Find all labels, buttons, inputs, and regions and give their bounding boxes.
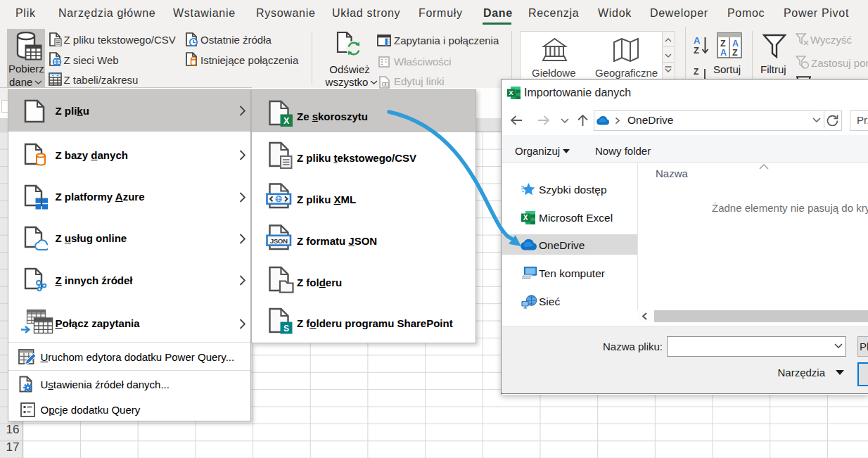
- svg-text:X: X: [283, 116, 290, 126]
- svg-text:S: S: [283, 324, 289, 333]
- svg-text:Z: Z: [694, 67, 698, 77]
- svg-text:JSON: JSON: [270, 237, 288, 245]
- svg-text:A: A: [720, 48, 727, 58]
- svg-text:X: X: [509, 89, 513, 96]
- svg-text:A: A: [694, 35, 701, 46]
- svg-text:Z: Z: [720, 39, 726, 49]
- svg-text:Z: Z: [694, 45, 699, 56]
- svg-text:X: X: [523, 214, 528, 222]
- svg-text:A: A: [732, 39, 739, 49]
- svg-text:Z: Z: [732, 48, 738, 58]
